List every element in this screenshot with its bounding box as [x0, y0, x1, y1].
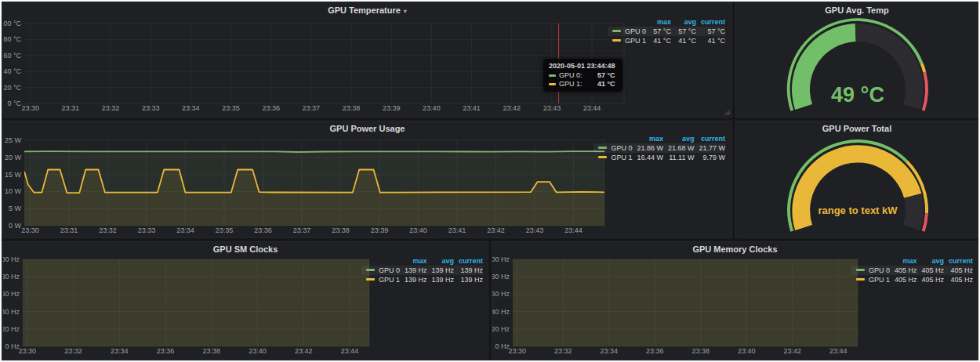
legend-max-value: 405 Hz [890, 266, 917, 275]
legend-header-avg[interactable]: avg [916, 257, 944, 266]
panel-title-text: GPU Power Usage [330, 124, 405, 133]
legend-header-max[interactable]: max [632, 135, 663, 143]
legend-header-row: max avg current [851, 257, 973, 266]
axis-labels: 0 °C20 °C40 °C60 °C80 °C100 °C23:3023:31… [3, 20, 601, 112]
svg-text:23:35: 23:35 [216, 226, 234, 234]
series-color-dash [366, 269, 375, 271]
svg-text:23:30: 23:30 [21, 226, 39, 234]
legend-header-current[interactable]: current [454, 257, 483, 266]
svg-text:80 °C: 80 °C [3, 35, 21, 43]
panel-title-gpu-power-usage[interactable]: GPU Power Usage [3, 121, 731, 136]
legend-series-gpu0[interactable]: GPU 0 [593, 143, 632, 153]
svg-text:23:32: 23:32 [102, 104, 120, 112]
svg-text:23:32: 23:32 [554, 347, 572, 355]
legend-series-gpu1[interactable]: GPU 1 [361, 275, 400, 284]
svg-text:23:43: 23:43 [543, 104, 561, 112]
svg-text:10 W: 10 W [5, 187, 22, 195]
legend-current-value: 139 Hz [454, 266, 483, 275]
legend-header-avg[interactable]: avg [426, 257, 454, 266]
svg-text:23:44: 23:44 [829, 347, 848, 355]
svg-text:23:40: 23:40 [409, 226, 427, 234]
legend-series-gpu1[interactable]: GPU 1 [851, 275, 890, 284]
chevron-down-icon: ▾ [404, 8, 407, 15]
panel-title-gpu-memory-clocks[interactable]: GPU Memory Clocks [492, 242, 978, 256]
svg-text:60 °C: 60 °C [3, 52, 21, 60]
svg-text:100 °C: 100 °C [3, 20, 21, 27]
panel-title-gpu-power-total[interactable]: GPU Power Total [736, 121, 978, 136]
legend-header-row: max avg current [361, 257, 483, 266]
svg-text:5 W: 5 W [9, 205, 22, 212]
panel-title-gpu-sm-clocks[interactable]: GPU SM Clocks [3, 242, 488, 256]
legend-avg-value: 139 Hz [426, 275, 454, 284]
legend-series-gpu0[interactable]: GPU 0 [851, 266, 890, 275]
legend-max-value: 139 Hz [400, 275, 427, 284]
series-color-dash [856, 269, 865, 271]
legend-gpu-power-usage: max avg current GPU 0 21.86 W 21.68 W 21… [593, 135, 725, 162]
panel-title-text: GPU Avg. Temp [825, 5, 889, 15]
legend-row-gpu1: GPU 1 139 Hz 139 Hz 139 Hz [361, 275, 483, 284]
svg-text:23:41: 23:41 [463, 104, 481, 112]
svg-text:23:39: 23:39 [383, 104, 401, 112]
series-color-dash [598, 147, 607, 149]
legend-header-current[interactable]: current [944, 257, 973, 266]
svg-text:23:36: 23:36 [646, 347, 664, 355]
panel-resize-handle[interactable] [724, 109, 730, 115]
legend-max-value: 405 Hz [890, 275, 917, 284]
svg-text:23:43: 23:43 [526, 226, 544, 234]
legend-row-gpu1: GPU 1 41 °C 41 °C 41 °C [608, 36, 725, 45]
svg-text:20 W: 20 W [5, 154, 22, 161]
panel-title-text: GPU Temperature [328, 5, 401, 15]
panel-gpu-memory-clocks: GPU Memory Clocks 0 Hz20 Hz40 Hz60 Hz80 … [492, 241, 978, 360]
svg-text:60 Hz: 60 Hz [3, 290, 20, 298]
svg-text:23:36: 23:36 [254, 226, 272, 234]
svg-text:23:40: 23:40 [249, 347, 267, 355]
panel-gpu-avg-temp: GPU Avg. Temp 49 °C [735, 2, 978, 118]
legend-header-max[interactable]: max [646, 18, 671, 27]
legend-header-max[interactable]: max [400, 257, 427, 266]
legend-series-gpu1[interactable]: GPU 1 [593, 153, 632, 162]
svg-text:23:42: 23:42 [487, 226, 505, 234]
legend-current-value: 21.77 W [694, 143, 725, 153]
svg-text:100 Hz: 100 Hz [3, 255, 20, 263]
svg-text:23:37: 23:37 [303, 104, 321, 112]
graph-tooltip: 2020-05-01 23:44:48 GPU 0: 57 °C GPU 1: … [543, 59, 622, 92]
panel-title-gpu-avg-temp[interactable]: GPU Avg. Temp [736, 3, 978, 17]
legend-header-current[interactable]: current [696, 18, 725, 27]
svg-text:20 Hz: 20 Hz [492, 325, 510, 333]
svg-text:23:32: 23:32 [99, 226, 117, 234]
dashboard: GPU Temperature▾ 0 °C20 °C40 °C60 °C80 °… [2, 2, 978, 360]
svg-text:23:40: 23:40 [738, 347, 756, 355]
svg-text:23:42: 23:42 [295, 347, 313, 355]
legend-row-gpu0: GPU 0 21.86 W 21.68 W 21.77 W [593, 143, 725, 153]
panel-title-gpu-temperature[interactable]: GPU Temperature▾ [3, 3, 731, 17]
legend-header-max[interactable]: max [890, 257, 917, 266]
panel-title-text: GPU Power Total [822, 124, 891, 133]
svg-text:20 Hz: 20 Hz [3, 325, 20, 333]
legend-series-gpu0[interactable]: GPU 0 [361, 266, 400, 275]
series-color-dash [549, 74, 556, 77]
grid-lines [24, 24, 624, 103]
legend-avg-value: 57 °C [671, 27, 696, 36]
svg-text:20 °C: 20 °C [3, 84, 21, 92]
legend-series-gpu0[interactable]: GPU 0 [608, 27, 646, 36]
gpu-power-total-gauge: range to text kW [736, 121, 978, 238]
series-color-dash [549, 83, 556, 85]
gpu-avg-temp-gauge: 49 °C [736, 3, 978, 118]
gauge-value-text: range to text kW [818, 205, 898, 216]
grafana-dashboard-screenshot: GPU Temperature▾ 0 °C20 °C40 °C60 °C80 °… [0, 0, 980, 362]
legend-current-value: 139 Hz [454, 275, 483, 284]
legend-header-current[interactable]: current [694, 135, 725, 143]
legend-max-value: 16.44 W [632, 153, 663, 162]
legend-row-gpu0: GPU 0 139 Hz 139 Hz 139 Hz [361, 266, 483, 275]
panel-gpu-power-usage: GPU Power Usage 0 W5 W10 W15 W20 W25 W23… [2, 121, 732, 238]
svg-text:23:36: 23:36 [157, 347, 175, 355]
svg-text:23:30: 23:30 [21, 104, 39, 112]
legend-current-value: 41 °C [696, 36, 725, 45]
legend-header-avg[interactable]: avg [671, 18, 696, 27]
legend-header-row: max avg current [608, 18, 725, 27]
legend-series-gpu1[interactable]: GPU 1 [608, 36, 646, 45]
svg-text:23:38: 23:38 [343, 104, 361, 112]
legend-row-gpu1: GPU 1 405 Hz 405 Hz 405 Hz [851, 275, 973, 284]
tooltip-row-gpu0: GPU 0: 57 °C [549, 71, 615, 79]
legend-header-avg[interactable]: avg [663, 135, 695, 143]
